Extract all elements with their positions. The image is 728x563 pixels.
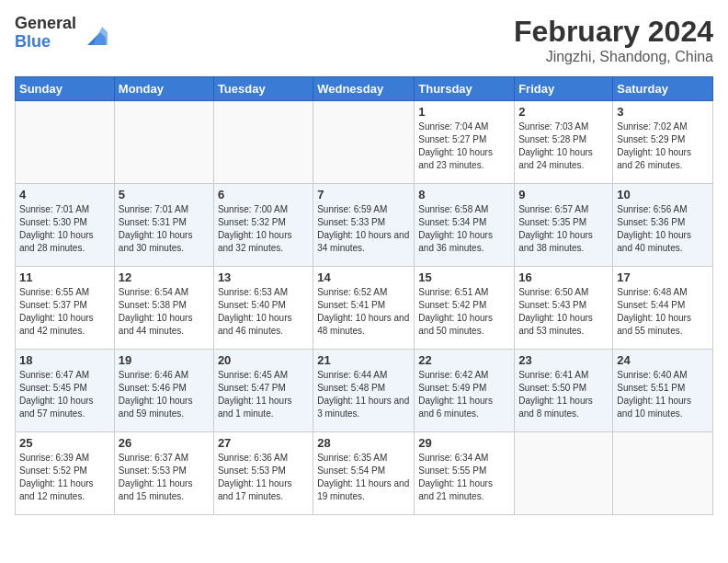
calendar-cell: 17Sunrise: 6:48 AMSunset: 5:44 PMDayligh…	[613, 267, 713, 350]
calendar-cell: 23Sunrise: 6:41 AMSunset: 5:50 PMDayligh…	[515, 350, 613, 432]
page-header: General Blue February 2024 Jingzhi, Shan…	[15, 15, 713, 65]
day-number: 4	[19, 188, 110, 201]
calendar-cell: 11Sunrise: 6:55 AMSunset: 5:37 PMDayligh…	[16, 267, 115, 350]
day-number: 20	[218, 353, 309, 367]
calendar-cell: 4Sunrise: 7:01 AMSunset: 5:30 PMDaylight…	[16, 184, 115, 267]
calendar-cell: 5Sunrise: 7:01 AMSunset: 5:31 PMDaylight…	[114, 184, 213, 267]
calendar-cell: 7Sunrise: 6:59 AMSunset: 5:33 PMDaylight…	[313, 184, 415, 267]
day-number: 15	[418, 270, 510, 284]
calendar-cell: 2Sunrise: 7:03 AMSunset: 5:28 PMDaylight…	[515, 101, 613, 184]
calendar-week-row: 25Sunrise: 6:39 AMSunset: 5:52 PMDayligh…	[16, 432, 713, 515]
calendar-cell	[515, 432, 613, 515]
calendar-cell: 1Sunrise: 7:04 AMSunset: 5:27 PMDaylight…	[415, 101, 515, 184]
calendar-cell: 9Sunrise: 6:57 AMSunset: 5:35 PMDaylight…	[515, 184, 613, 267]
calendar-cell: 26Sunrise: 6:37 AMSunset: 5:53 PMDayligh…	[114, 432, 213, 515]
day-number: 25	[19, 436, 110, 450]
calendar-cell: 16Sunrise: 6:50 AMSunset: 5:43 PMDayligh…	[515, 267, 613, 350]
logo-general: General	[15, 15, 76, 33]
day-info: Sunrise: 6:34 AMSunset: 5:55 PMDaylight:…	[418, 452, 510, 503]
day-number: 18	[19, 353, 110, 367]
day-info: Sunrise: 6:55 AMSunset: 5:37 PMDaylight:…	[19, 286, 110, 338]
day-number: 22	[418, 353, 510, 367]
day-number: 23	[518, 353, 609, 367]
svg-marker-1	[93, 27, 108, 45]
calendar-week-row: 11Sunrise: 6:55 AMSunset: 5:37 PMDayligh…	[16, 267, 713, 350]
day-number: 10	[617, 188, 709, 201]
day-info: Sunrise: 6:48 AMSunset: 5:44 PMDaylight:…	[617, 286, 709, 338]
day-number: 7	[317, 188, 410, 201]
day-info: Sunrise: 6:46 AMSunset: 5:46 PMDaylight:…	[119, 369, 210, 420]
calendar-cell: 8Sunrise: 6:58 AMSunset: 5:34 PMDaylight…	[415, 184, 515, 267]
weekday-header-saturday: Saturday	[613, 77, 713, 101]
day-number: 3	[617, 105, 709, 119]
day-info: Sunrise: 6:56 AMSunset: 5:36 PMDaylight:…	[617, 203, 709, 255]
calendar-cell: 15Sunrise: 6:51 AMSunset: 5:42 PMDayligh…	[415, 267, 515, 350]
calendar-cell: 29Sunrise: 6:34 AMSunset: 5:55 PMDayligh…	[415, 432, 515, 515]
weekday-header-monday: Monday	[114, 77, 213, 101]
weekday-header-tuesday: Tuesday	[213, 77, 313, 101]
weekday-header-sunday: Sunday	[16, 77, 115, 101]
calendar-header-row: SundayMondayTuesdayWednesdayThursdayFrid…	[16, 77, 713, 101]
day-number: 6	[218, 188, 309, 201]
calendar-week-row: 18Sunrise: 6:47 AMSunset: 5:45 PMDayligh…	[16, 350, 713, 432]
calendar-cell	[313, 101, 415, 184]
day-number: 2	[518, 105, 609, 119]
calendar-cell: 20Sunrise: 6:45 AMSunset: 5:47 PMDayligh…	[213, 350, 313, 432]
calendar-cell	[213, 101, 313, 184]
weekday-header-friday: Friday	[515, 77, 613, 101]
day-info: Sunrise: 7:02 AMSunset: 5:29 PMDaylight:…	[617, 121, 709, 172]
calendar-cell: 14Sunrise: 6:52 AMSunset: 5:41 PMDayligh…	[313, 267, 415, 350]
logo-blue: Blue	[15, 33, 76, 52]
day-info: Sunrise: 6:59 AMSunset: 5:33 PMDaylight:…	[317, 203, 410, 255]
day-info: Sunrise: 6:44 AMSunset: 5:48 PMDaylight:…	[317, 369, 410, 420]
day-number: 28	[317, 436, 410, 450]
day-info: Sunrise: 6:50 AMSunset: 5:43 PMDaylight:…	[518, 286, 609, 338]
day-info: Sunrise: 6:42 AMSunset: 5:49 PMDaylight:…	[418, 369, 510, 420]
calendar-cell: 13Sunrise: 6:53 AMSunset: 5:40 PMDayligh…	[213, 267, 313, 350]
day-number: 29	[418, 436, 510, 450]
day-number: 17	[617, 270, 709, 284]
day-info: Sunrise: 7:01 AMSunset: 5:30 PMDaylight:…	[19, 203, 110, 255]
day-info: Sunrise: 6:53 AMSunset: 5:40 PMDaylight:…	[218, 286, 309, 338]
day-info: Sunrise: 6:47 AMSunset: 5:45 PMDaylight:…	[19, 369, 110, 420]
logo-text: General Blue	[15, 15, 76, 52]
calendar-cell: 28Sunrise: 6:35 AMSunset: 5:54 PMDayligh…	[313, 432, 415, 515]
calendar-cell: 3Sunrise: 7:02 AMSunset: 5:29 PMDaylight…	[613, 101, 713, 184]
calendar-cell: 18Sunrise: 6:47 AMSunset: 5:45 PMDayligh…	[16, 350, 115, 432]
day-number: 21	[317, 353, 410, 367]
day-number: 27	[218, 436, 309, 450]
day-info: Sunrise: 6:41 AMSunset: 5:50 PMDaylight:…	[518, 369, 609, 420]
calendar-cell: 25Sunrise: 6:39 AMSunset: 5:52 PMDayligh…	[16, 432, 115, 515]
day-number: 8	[418, 188, 510, 201]
day-number: 12	[119, 270, 210, 284]
day-number: 13	[218, 270, 309, 284]
calendar-cell: 6Sunrise: 7:00 AMSunset: 5:32 PMDaylight…	[213, 184, 313, 267]
logo-icon	[80, 19, 108, 47]
logo: General Blue	[15, 15, 108, 52]
day-info: Sunrise: 6:39 AMSunset: 5:52 PMDaylight:…	[19, 452, 110, 503]
location: Jingzhi, Shandong, China	[514, 49, 713, 65]
day-info: Sunrise: 6:45 AMSunset: 5:47 PMDaylight:…	[218, 369, 309, 420]
calendar-cell	[16, 101, 115, 184]
day-info: Sunrise: 6:54 AMSunset: 5:38 PMDaylight:…	[119, 286, 210, 338]
day-number: 16	[518, 270, 609, 284]
day-info: Sunrise: 6:35 AMSunset: 5:54 PMDaylight:…	[317, 452, 410, 503]
weekday-header-thursday: Thursday	[415, 77, 515, 101]
day-info: Sunrise: 7:04 AMSunset: 5:27 PMDaylight:…	[418, 121, 510, 172]
day-number: 9	[518, 188, 609, 201]
calendar-cell: 19Sunrise: 6:46 AMSunset: 5:46 PMDayligh…	[114, 350, 213, 432]
title-block: February 2024 Jingzhi, Shandong, China	[514, 15, 713, 65]
day-info: Sunrise: 6:52 AMSunset: 5:41 PMDaylight:…	[317, 286, 410, 338]
calendar-cell	[613, 432, 713, 515]
day-info: Sunrise: 6:36 AMSunset: 5:53 PMDaylight:…	[218, 452, 309, 503]
calendar-week-row: 1Sunrise: 7:04 AMSunset: 5:27 PMDaylight…	[16, 101, 713, 184]
calendar-cell: 12Sunrise: 6:54 AMSunset: 5:38 PMDayligh…	[114, 267, 213, 350]
month-title: February 2024	[514, 15, 713, 49]
calendar-week-row: 4Sunrise: 7:01 AMSunset: 5:30 PMDaylight…	[16, 184, 713, 267]
day-number: 5	[119, 188, 210, 201]
day-info: Sunrise: 6:57 AMSunset: 5:35 PMDaylight:…	[518, 203, 609, 255]
weekday-header-wednesday: Wednesday	[313, 77, 415, 101]
day-number: 24	[617, 353, 709, 367]
day-number: 14	[317, 270, 410, 284]
day-info: Sunrise: 7:01 AMSunset: 5:31 PMDaylight:…	[119, 203, 210, 255]
